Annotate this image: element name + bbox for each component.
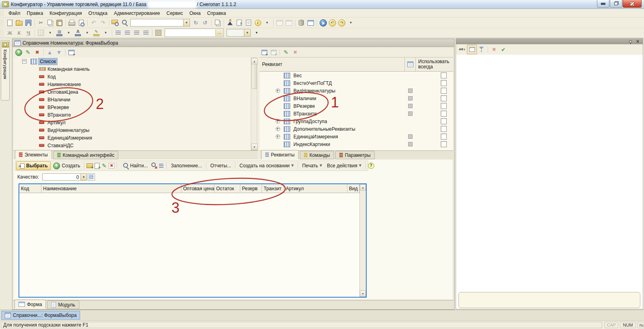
font-color-icon[interactable]: А xyxy=(73,29,83,37)
tree-item[interactable]: Наименование xyxy=(14,80,251,88)
tree-item[interactable]: ВНаличии xyxy=(14,96,251,103)
help-icon[interactable]: ? xyxy=(367,162,375,170)
attribute-row[interactable]: ДополнительныеРеквизиты xyxy=(260,125,453,133)
tree-item[interactable]: Список xyxy=(14,58,251,65)
fill-color-menu-icon[interactable]: ▾ xyxy=(64,29,73,37)
data-storage-icon[interactable] xyxy=(297,19,306,27)
attribute-row[interactable]: ГруппаДоступа xyxy=(260,117,453,125)
search-combobox[interactable]: ▼ xyxy=(130,19,190,27)
menu-item[interactable]: Файл xyxy=(5,9,24,17)
copy-item-icon[interactable] xyxy=(93,162,101,170)
expand-icon[interactable] xyxy=(276,134,280,139)
delete-element-icon[interactable]: ✖ xyxy=(33,48,42,57)
language-indicator[interactable]: ru▼ xyxy=(638,322,644,328)
copy-special-icon[interactable] xyxy=(213,19,222,27)
close-panel-icon[interactable]: ✕ xyxy=(636,39,640,44)
style-dropdown-icon[interactable]: ▼ xyxy=(244,29,251,37)
flag-column-header[interactable] xyxy=(405,58,416,71)
print-button[interactable]: Печать▼ xyxy=(300,162,324,170)
find-button[interactable]: Найти... xyxy=(119,162,150,170)
filter-icon[interactable] xyxy=(477,45,486,54)
cut-icon[interactable]: ✂ xyxy=(36,19,45,27)
tree-item[interactable]: ОптоваяЦена xyxy=(14,88,251,96)
use-always-checkbox[interactable] xyxy=(441,72,447,78)
align-right-icon[interactable] xyxy=(132,29,141,37)
menu-item[interactable]: Окна xyxy=(186,9,204,17)
start-debugging-icon[interactable] xyxy=(318,19,328,27)
font-color-menu-icon[interactable]: ▾ xyxy=(83,29,92,37)
grid-column-header[interactable]: Наименование xyxy=(41,184,182,193)
quality-input[interactable]: 0 xyxy=(42,173,81,181)
scroll-up-icon[interactable]: ▲ xyxy=(360,184,366,191)
cancel-icon[interactable]: ✖ xyxy=(489,45,499,54)
attribute-row[interactable]: ВТранзите xyxy=(260,110,453,117)
find-previous-icon[interactable]: ↺ xyxy=(200,19,210,27)
scroll-up-icon[interactable]: ▲ xyxy=(251,58,258,64)
borders-icon[interactable] xyxy=(36,29,45,37)
redo-icon[interactable]: ↷ xyxy=(98,19,107,27)
configuration-side-tab[interactable]: Конфигурация xyxy=(1,40,10,101)
use-always-checkbox[interactable] xyxy=(441,95,447,101)
grid-column-header[interactable]: Транзит xyxy=(262,184,284,193)
navigate-back-icon[interactable]: ↶ xyxy=(328,19,337,27)
add-table-attribute-icon[interactable] xyxy=(269,48,278,57)
syntax-check-icon[interactable] xyxy=(235,19,244,27)
menu-item[interactable]: Правка xyxy=(24,9,47,17)
attribute-row[interactable]: ЕдиницаИзмерения xyxy=(260,133,453,140)
fill-button[interactable]: Заполнение... xyxy=(168,162,204,170)
attribute-column-header[interactable]: Реквизит xyxy=(260,58,405,71)
edit-item-icon[interactable]: ✎ xyxy=(101,162,108,170)
use-always-checkbox[interactable] xyxy=(441,103,447,109)
calculator-icon[interactable] xyxy=(88,173,95,181)
grid-scrollbar[interactable]: ▲ ▼ xyxy=(359,184,366,297)
object-icon[interactable] xyxy=(154,29,163,37)
apply-icon[interactable]: ✔ xyxy=(499,45,508,54)
add-element-icon[interactable]: + xyxy=(14,48,23,57)
reports-button[interactable]: Отчеты... xyxy=(208,162,233,170)
use-always-checkbox[interactable] xyxy=(441,126,447,132)
tree-item[interactable]: ЕдиницаИзмерения xyxy=(14,134,251,142)
attribute-row[interactable]: Вес xyxy=(260,72,453,79)
menu-item[interactable]: Сервис xyxy=(163,9,186,17)
tree-item[interactable]: СтавкаНДС xyxy=(14,142,251,149)
grid-column-header[interactable]: Остаток xyxy=(215,184,240,193)
attribute-row[interactable]: ВРезерве xyxy=(260,102,453,110)
form-designer-title-bar[interactable]: Справочник Номенклатура: ФормаВыбора xyxy=(12,39,454,47)
print-icon[interactable] xyxy=(67,19,76,27)
delete-item-icon[interactable]: ✖ xyxy=(108,162,115,170)
use-always-checkbox[interactable] xyxy=(441,134,447,140)
highlight-color-icon[interactable]: ✎ xyxy=(92,29,101,37)
ellipsis-button[interactable]: ... xyxy=(215,29,223,36)
create-based-on-button[interactable]: Создать на основании▼ xyxy=(237,162,296,170)
scroll-down-icon[interactable]: ▼ xyxy=(360,290,366,297)
navigate-options-icon[interactable]: ▾ xyxy=(346,19,355,27)
attribute-row[interactable]: ИндексКартинки xyxy=(260,140,453,148)
restore-button[interactable] xyxy=(610,0,622,8)
tab[interactable]: Элементы xyxy=(15,150,52,159)
tree-scrollbar[interactable]: ▲ ▼ xyxy=(251,58,257,150)
bold-icon[interactable]: Ж xyxy=(5,29,14,37)
edit-attribute-icon[interactable]: ✎ xyxy=(281,48,291,57)
global-search-icon[interactable] xyxy=(111,19,120,27)
open-icon[interactable] xyxy=(14,19,24,27)
attribute-row[interactable]: ВидНоменклатуры xyxy=(260,87,453,95)
move-down-icon[interactable]: ▼ xyxy=(54,48,64,57)
tab[interactable]: Реквизиты xyxy=(261,150,299,159)
underline-icon[interactable]: Ч xyxy=(24,29,33,37)
grid-column-header[interactable]: Оптовая цена xyxy=(182,184,215,193)
borders-menu-icon[interactable]: ▾ xyxy=(45,29,55,37)
tab[interactable]: Параметры xyxy=(335,151,375,159)
toolbar-options-icon[interactable]: ▾ xyxy=(262,19,272,27)
table-settings-icon[interactable] xyxy=(67,48,76,57)
sort-icon[interactable]: АЯ↓ xyxy=(458,45,467,54)
align-center-icon[interactable] xyxy=(123,29,132,37)
new-document-icon[interactable] xyxy=(5,19,14,27)
add-attribute-icon[interactable] xyxy=(260,48,269,57)
style-name-input[interactable]: ... xyxy=(165,29,224,37)
grid-column-header[interactable]: Резерв xyxy=(240,184,262,193)
expand-icon[interactable] xyxy=(276,88,280,93)
quality-dropdown-icon[interactable]: ▼ xyxy=(81,173,87,181)
tab[interactable]: Модуль xyxy=(47,300,79,309)
save-icon[interactable] xyxy=(24,19,33,27)
edit-element-icon[interactable]: ✎ xyxy=(23,48,33,57)
